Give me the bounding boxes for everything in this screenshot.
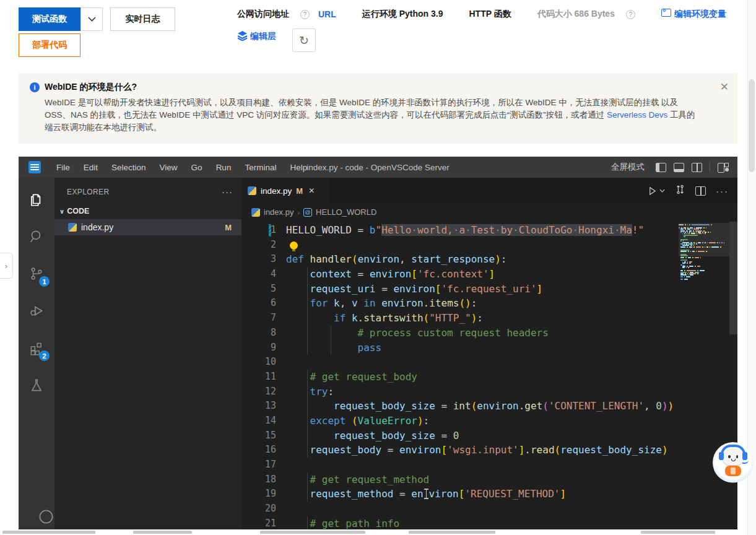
code-line[interactable]: 12try: [241,385,737,399]
code-line[interactable]: 6for k, v in environ.items(): [241,296,737,311]
banner-close-icon[interactable]: ✕ [720,80,729,94]
url-link[interactable]: URL [318,9,336,19]
test-function-button[interactable]: 测试函数 [19,7,80,31]
editor-scrollbar[interactable] [729,222,737,334]
line-number: 21 [241,516,276,529]
testing-icon[interactable] [19,368,54,402]
code-line[interactable]: 13request_body_size = int(environ.get('C… [241,399,737,414]
indent-guide [307,326,308,341]
line-number: 17 [241,458,276,472]
file-item-indexpy[interactable]: index.py M [54,219,241,235]
deploy-code-button[interactable]: 部署代码 [19,33,80,57]
line-number: 2 [241,238,276,253]
close-tab-icon[interactable]: ✕ [308,186,315,195]
source-control-icon[interactable]: 1 [19,257,54,290]
indent-guide [307,385,308,399]
help-icon[interactable]: ? [626,10,635,19]
modified-badge: M [296,186,303,196]
code-line[interactable]: 9pass [241,341,737,355]
clipped-text-fragment [2,531,95,534]
banner-body: WebIDE 是可以帮助开发者快速进行代码测试，以及项目构建、依赖安装，但是 W… [30,97,703,134]
code-line[interactable]: 4context = environ['fc.context'] [241,267,737,282]
code-line[interactable]: 8# process custom request headers [241,326,737,341]
extensions-icon[interactable]: 2 [19,331,54,365]
menu-run[interactable]: Run [209,163,238,172]
page-scrollbar-thumb[interactable] [749,79,755,172]
clipped-text-fragment [260,531,365,534]
menu-file[interactable]: File [50,163,77,172]
clipped-text-fragment [641,531,715,534]
line-number: 5 [241,282,276,297]
code-line[interactable]: 3def handler(environ, start_response): [241,252,737,267]
openvscode-logo-icon [28,161,41,173]
customer-service-mascot[interactable] [713,442,754,483]
webide-window: FileEditSelectionViewGoRunTerminalHelp i… [19,157,737,529]
code-line[interactable]: 16request_body = environ['wsgi.input'].r… [241,443,737,458]
breadcrumb[interactable]: index.py › @ HELLO_WORLD [241,204,737,220]
line-number: 4 [241,267,276,282]
indent-guide [307,282,308,297]
search-icon[interactable] [19,220,54,253]
serverless-devs-link[interactable]: Serverless Devs [607,110,667,120]
code-line[interactable]: 19request_method = environ['REQUEST_METH… [241,487,737,502]
menu-edit[interactable]: Edit [77,163,105,172]
run-debug-icon[interactable] [19,294,54,328]
menu-view[interactable]: View [153,163,185,172]
run-file-button[interactable] [648,186,665,196]
layers-icon [237,31,248,41]
python-file-icon [68,223,77,232]
menu-help[interactable]: Help [283,163,314,172]
code-line[interactable]: 11# get request_body [241,370,737,385]
menu-go[interactable]: Go [185,163,209,172]
open-changes-icon[interactable] [675,185,685,197]
page: 测试函数 实时日志 部署代码 公网访问地址? URL 运行环境 Python 3… [0,0,756,535]
code-section-header[interactable]: ∨ CODE [54,203,241,219]
line-number: 12 [241,385,276,399]
http-function-label: HTTP 函数 [469,9,511,20]
code-editor[interactable]: 1HELLO_WORLD = b"Hello·world,·a·Test·by·… [241,222,737,529]
code-line[interactable]: 15request_body_size = 0 [241,428,737,443]
clipped-text-fragment [409,531,495,534]
split-editor-icon[interactable] [695,186,706,196]
code-line[interactable]: 17 [241,458,737,472]
menu-selection[interactable]: Selection [105,163,153,172]
mascot-head [723,448,744,465]
help-icon[interactable]: ? [300,10,310,19]
code-line[interactable]: 20 [241,502,737,516]
explorer-icon[interactable] [19,183,54,216]
edit-env-vars-link[interactable]: 编辑环境变量 [661,9,726,20]
code-line[interactable]: 2 [241,238,737,253]
expand-panel-button[interactable]: › [0,253,13,279]
line-number: 18 [241,472,276,487]
minimap[interactable] [679,224,729,281]
public-url-label: 公网访问地址 [237,9,289,20]
fullscreen-mode-button[interactable]: 全屏模式 [611,162,645,173]
toggle-secondary-sidebar-icon[interactable] [692,163,702,172]
code-line[interactable]: 7if k.startswith("HTTP_"): [241,311,737,326]
code-line[interactable]: 18# get request_method [241,472,737,487]
test-function-dropdown[interactable] [80,7,103,31]
toggle-sidebar-icon[interactable] [656,163,666,172]
refresh-button[interactable]: ↻ [292,28,316,52]
more-actions-icon[interactable]: ··· [716,186,729,196]
customize-layout-icon[interactable] [718,163,729,172]
code-line[interactable]: 1HELLO_WORLD = b"Hello·world,·a·Test·by·… [241,223,737,238]
code-line[interactable]: 21# get path info [241,516,737,529]
indent-guide [307,487,308,502]
code-line[interactable]: 5request_uri = environ['fc.request_uri'] [241,282,737,297]
code-line[interactable]: 14except (ValueError): [241,414,737,428]
toggle-panel-icon[interactable] [674,163,684,172]
banner-title: iWebIDE 的环境是什么? [30,82,703,93]
code-line[interactable]: 10 [241,355,737,370]
edit-layer-link[interactable]: 编辑层 [237,31,276,42]
realtime-log-button[interactable]: 实时日志 [110,7,175,31]
lightbulb-code-action-icon[interactable] [290,241,298,250]
menu-terminal[interactable]: Terminal [238,163,283,172]
env-vars-icon [661,9,671,17]
indent-guide [307,267,308,282]
tab-indexpy[interactable]: index.py M ✕ [241,178,329,204]
explorer-more-icon[interactable]: ··· [222,186,233,197]
chevron-down-icon: ∨ [59,208,64,215]
line-number: 11 [241,370,276,385]
line-number: 6 [241,296,276,311]
